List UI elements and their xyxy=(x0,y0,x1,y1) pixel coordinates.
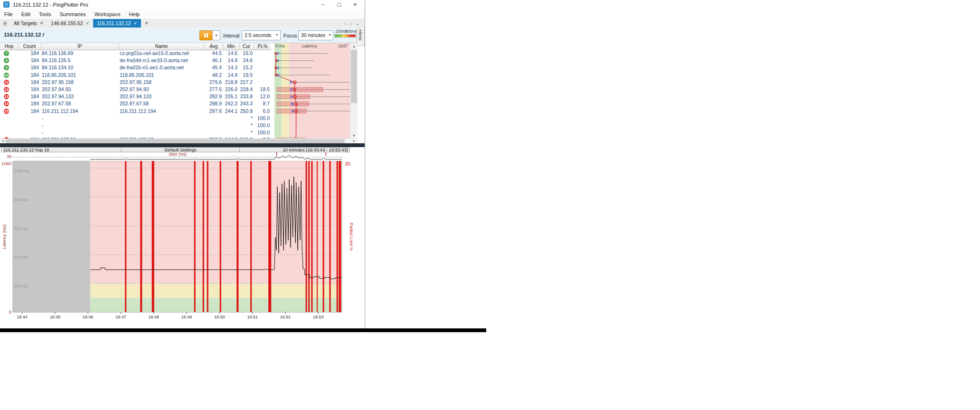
scroll-down-icon[interactable]: ▼ xyxy=(350,132,358,139)
table-row[interactable]: 15184116.211.112.194116.211.112.194297.6… xyxy=(0,108,350,115)
pause-dropdown-button[interactable]: ▼ xyxy=(212,30,220,40)
jitter-strip: 35Jitter (ms) xyxy=(0,152,357,161)
cell-min: 226.0 xyxy=(223,86,237,93)
col-header-pl[interactable]: PL% xyxy=(254,43,271,50)
cell-ip: 202.97.94.133 xyxy=(42,93,117,100)
new-tab-button[interactable]: + xyxy=(141,20,152,27)
col-header-hop[interactable]: Hop xyxy=(0,43,19,50)
cell-name: 202.97.67.58 xyxy=(120,100,203,107)
vertical-scroll-thumb[interactable] xyxy=(351,50,357,103)
table-row[interactable]: 918484.116.134.10de-fra01b-ri1-ae1-0.aor… xyxy=(0,64,350,71)
cell-name: 202.97.95.158 xyxy=(120,79,203,86)
target-list-icon[interactable]: ☰ xyxy=(0,21,10,26)
tab-all-targets[interactable]: All Targets✕ xyxy=(10,19,47,28)
cell-avg: 45.4 xyxy=(201,64,222,71)
table-row[interactable]: 14184202.97.67.58202.97.67.58298.9242.32… xyxy=(0,100,350,107)
focus-select[interactable]: 30 minutes ▼ xyxy=(298,30,333,40)
cell-min: 244.2 xyxy=(223,136,237,139)
cell-name: cz-prg01a-ra4-ae15-0.aorta.net xyxy=(120,50,203,57)
table-row[interactable]: 10184118.85.205.101118.85.205.10148.214.… xyxy=(0,72,350,79)
pause-icon xyxy=(204,33,206,37)
timeline-settings-label[interactable]: Default Settings xyxy=(121,148,240,152)
cell-cur: 227.2 xyxy=(238,79,253,86)
cell-count: 184 xyxy=(18,86,39,93)
pane-splitter[interactable] xyxy=(0,143,365,147)
cell-avg: 293.7 xyxy=(201,136,222,139)
tab-116-211-132-12[interactable]: 116.211.132.12✓ xyxy=(93,19,141,28)
legend-200ms-label: 200ms xyxy=(345,29,357,34)
col-header-cur[interactable]: Cur xyxy=(239,43,254,50)
tab-back-icon[interactable]: ‹ xyxy=(342,20,348,26)
cell-pl xyxy=(254,64,270,71)
menu-edit[interactable]: Edit xyxy=(17,9,35,19)
bottom-border xyxy=(0,328,486,332)
cell-name: 202.97.94.93 xyxy=(120,86,203,93)
table-row[interactable]: -*100.0 xyxy=(0,129,350,136)
cell-cur: * xyxy=(238,115,253,122)
cell-min: 14.6 xyxy=(223,50,237,57)
minimize-button[interactable]: ─ xyxy=(315,0,331,9)
cell-cur: 245.2 xyxy=(238,136,253,139)
table-row[interactable]: -*100.0 xyxy=(0,115,350,122)
focus-label: Focus xyxy=(283,33,297,38)
cell-count: 184 xyxy=(18,50,39,57)
tab-check-icon: ✓ xyxy=(86,21,90,26)
hop-badge: 14 xyxy=(4,101,9,106)
menu-workspace[interactable]: Workspace xyxy=(90,9,125,19)
hop-badge: 9 xyxy=(4,65,9,70)
cell-avg: 279.6 xyxy=(201,79,222,86)
maximize-button[interactable]: ▢ xyxy=(331,0,347,9)
col-header-ip[interactable]: IP xyxy=(41,43,119,50)
cell-cur: 16.0 xyxy=(238,50,253,57)
tab-146-66-155-52[interactable]: 146.66.155.52✓ xyxy=(47,19,93,28)
table-row[interactable]: 19184116.211.132.12116.211.132.12293.724… xyxy=(0,136,350,139)
horizontal-scroll-thumb[interactable] xyxy=(6,139,345,143)
cell-count: 184 xyxy=(18,57,39,64)
graph-scale-min: 0 ms xyxy=(275,44,285,48)
svg-text:1050: 1050 xyxy=(1,161,11,166)
col-header-count[interactable]: Count xyxy=(18,43,41,50)
tab-more-icon[interactable]: ⌄ xyxy=(354,20,362,27)
close-button[interactable]: ✕ xyxy=(347,0,363,9)
interval-label: Interval xyxy=(223,33,239,38)
cell-count: 184 xyxy=(18,93,39,100)
interval-select[interactable]: 2.5 seconds ▼ xyxy=(242,30,281,40)
latency-scale-legend xyxy=(334,34,356,37)
timeline-range-label[interactable]: 10 minutes (16:43:43 - 16:53:43) xyxy=(240,148,350,152)
cell-ip: 84.116.134.10 xyxy=(42,64,117,71)
col-header-avg[interactable]: Avg xyxy=(204,43,224,50)
cell-min: 14.9 xyxy=(223,57,237,64)
table-row[interactable]: 818484.116.135.5de-fra04d-rc1-ae33-0.aor… xyxy=(0,57,350,64)
cell-ip: 202.97.94.93 xyxy=(42,86,117,93)
table-row[interactable]: 11184202.97.95.158202.97.95.158279.6218.… xyxy=(0,79,350,86)
cell-pl xyxy=(254,50,270,57)
table-row[interactable]: 13184202.97.94.133202.97.94.133282.9226.… xyxy=(0,93,350,100)
tab-forward-icon[interactable]: › xyxy=(348,20,354,26)
svg-text:600 ms: 600 ms xyxy=(14,226,28,231)
table-row[interactable]: 12184202.97.94.93202.97.94.93277.5226.02… xyxy=(0,86,350,93)
target-header: 116.211.132.12 / ▼ Interval 2.5 seconds … xyxy=(0,28,365,43)
cell-cur: 243.3 xyxy=(238,100,253,107)
cell-name: de-fra04d-rc1-ae33-0.aorta.net xyxy=(120,57,203,64)
alerts-side-tab[interactable]: Alerts xyxy=(357,28,365,46)
menu-tools[interactable]: Tools xyxy=(35,9,56,19)
menu-help[interactable]: Help xyxy=(125,9,144,19)
pause-button[interactable] xyxy=(199,30,213,40)
cell-name: 202.97.94.133 xyxy=(120,93,203,100)
cell-name xyxy=(120,122,203,129)
menu-summaries[interactable]: Summaries xyxy=(55,9,90,19)
col-header-min[interactable]: Min xyxy=(223,43,239,50)
screen: 116.211.132.12 - PingPlotter Pro ─ ▢ ✕ F… xyxy=(0,0,980,410)
table-row[interactable]: -*100.0 xyxy=(0,122,350,129)
tab-check-icon: ✓ xyxy=(134,21,138,26)
cell-cur: * xyxy=(238,122,253,129)
tab-close-icon[interactable]: ✕ xyxy=(40,21,44,26)
scroll-up-icon[interactable]: ▲ xyxy=(350,43,358,49)
cell-avg xyxy=(201,115,222,122)
col-header-name[interactable]: Name xyxy=(119,43,205,50)
cell-min: 14.9 xyxy=(223,72,237,79)
table-row[interactable]: 718484.116.136.69cz-prg01a-ra4-ae15-0.ao… xyxy=(0,50,350,57)
timeline-graph: 1000 ms800 ms600 ms400 ms200 ms16:4416:4… xyxy=(0,161,357,321)
menu-file[interactable]: File xyxy=(0,9,17,19)
hop-badge: 13 xyxy=(4,94,9,99)
